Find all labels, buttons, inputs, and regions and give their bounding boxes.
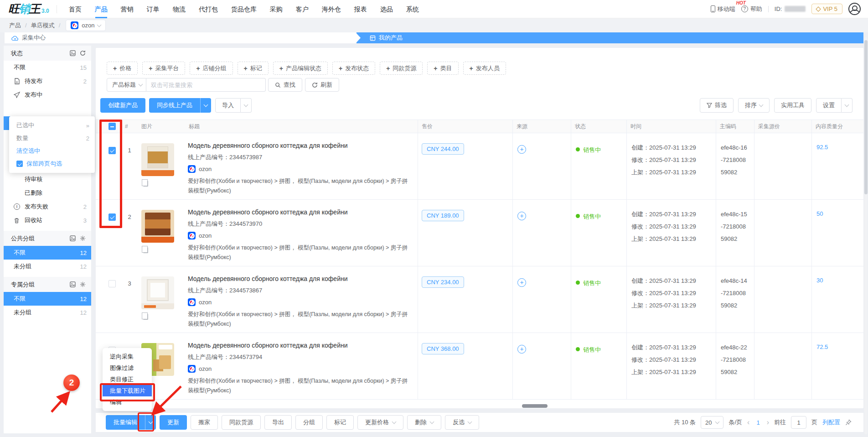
same-source-button[interactable]: 同款货源	[222, 415, 261, 430]
product-image[interactable]	[141, 210, 174, 243]
settings-dropdown-caret[interactable]	[842, 98, 852, 113]
price-badge[interactable]: CNY 368.00	[422, 343, 464, 354]
mobile-app-link[interactable]: 移动端 HOT	[711, 5, 735, 13]
filter-chip-publish-status[interactable]: 发布状态	[332, 62, 375, 75]
nav-item-purchase[interactable]: 采购	[270, 0, 283, 18]
source-plus-icon[interactable]	[517, 212, 526, 220]
product-image[interactable]	[141, 143, 174, 176]
sidebar-item-all[interactable]: 不限 15	[4, 61, 91, 74]
page-size-select[interactable]: 20	[701, 416, 723, 429]
tab-collect-center[interactable]: 采集中心	[5, 32, 361, 43]
filter-chip-shop-group[interactable]: 店铺分组	[190, 62, 232, 75]
filter-button[interactable]: 筛选	[700, 98, 734, 113]
group-button[interactable]: 分组	[295, 415, 323, 430]
sync-online-button[interactable]: 同步线上产品	[149, 98, 200, 113]
prev-page-button[interactable]: ‹	[747, 418, 749, 427]
product-title[interactable]: Модель деревянного сборного коттеджа для…	[188, 208, 408, 216]
sidebar-item-publishing[interactable]: 发布中	[4, 88, 91, 102]
nav-item-home[interactable]: 首页	[69, 0, 82, 18]
popup-clear-selection[interactable]: 清空选中	[9, 145, 95, 157]
image-mode-icon[interactable]	[70, 281, 76, 287]
product-title[interactable]: Модель деревянного сборного коттеджа для…	[188, 142, 408, 149]
tab-my-products[interactable]: 我的产品	[356, 32, 863, 43]
import-button[interactable]: 导入	[215, 98, 241, 113]
sku-value[interactable]: 2344573794	[229, 354, 262, 360]
nav-item-product[interactable]: 产品	[95, 0, 108, 18]
source-plus-icon[interactable]	[517, 145, 526, 154]
nav-item-packing[interactable]: 代打包	[199, 0, 218, 18]
source-plus-icon[interactable]	[517, 278, 526, 287]
settings-button[interactable]: 设置	[816, 98, 842, 113]
column-config-link[interactable]: 列配置	[822, 418, 840, 427]
product-title[interactable]: Модель деревянного сборного коттеджа для…	[188, 342, 408, 349]
vertical-scrollbar-thumb[interactable]	[864, 40, 868, 194]
collapse-icon[interactable]: »	[86, 122, 89, 129]
filter-chip-platform[interactable]: 采集平台	[142, 62, 185, 75]
nav-item-logistics[interactable]: 物流	[173, 0, 186, 18]
filter-chip-mark[interactable]: 标记	[238, 62, 269, 75]
sort-button[interactable]: 排序	[738, 98, 770, 113]
update-button[interactable]: 更新	[160, 415, 187, 430]
refresh-button[interactable]: 刷新	[305, 78, 339, 92]
row-checkbox[interactable]	[108, 147, 116, 154]
sidebar-public-group-ungrouped[interactable]: 未分组 12	[4, 260, 91, 273]
quality-score[interactable]: 72.5	[811, 333, 863, 399]
update-price-button[interactable]: 更新价格	[357, 415, 403, 430]
sku-value[interactable]: 2344573987	[229, 154, 262, 161]
nav-item-system[interactable]: 系统	[406, 0, 419, 18]
menu-item-category-fix[interactable]: 类目修正	[103, 374, 152, 385]
avatar[interactable]	[848, 3, 861, 15]
sidebar-item-deleted[interactable]: 已删除	[4, 186, 91, 200]
copy-icon[interactable]	[143, 247, 148, 253]
row-checkbox[interactable]	[108, 280, 116, 287]
tools-button[interactable]: 实用工具	[774, 98, 811, 113]
search-input[interactable]	[146, 78, 266, 92]
find-button[interactable]: 查找	[268, 78, 302, 92]
batch-edit-dropdown-caret[interactable]	[145, 415, 156, 430]
mark-button[interactable]: 标记	[326, 415, 354, 430]
filter-chip-category[interactable]: 类目	[427, 62, 458, 75]
row-checkbox[interactable]	[108, 213, 116, 221]
source-plus-icon[interactable]	[517, 345, 526, 354]
nav-item-customers[interactable]: 客户	[296, 0, 309, 18]
filter-chip-same-source[interactable]: 同款货源	[380, 62, 423, 75]
gear-icon[interactable]	[80, 235, 86, 241]
filter-chip-publisher[interactable]: 发布人员	[463, 62, 506, 75]
sidebar-item-to-publish[interactable]: 待发布 2	[4, 74, 91, 88]
search-field-select[interactable]: 产品标题	[107, 78, 146, 92]
popup-keep-checked[interactable]: 保留跨页勾选	[9, 157, 95, 170]
product-image[interactable]	[141, 276, 174, 309]
nav-item-overseas[interactable]: 海外仓	[322, 0, 341, 18]
filter-chip-edit-status[interactable]: 产品编辑状态	[273, 62, 328, 75]
product-title[interactable]: Модель деревянного сборного коттеджа для…	[188, 275, 408, 282]
nav-item-warehouse[interactable]: 货品仓库	[231, 0, 257, 18]
pin-icon[interactable]	[845, 419, 852, 426]
breadcrumb-product[interactable]: 产品	[9, 21, 21, 30]
menu-item-edit[interactable]: 编辑	[103, 396, 152, 408]
sidebar-item-recycle-bin[interactable]: 回收站 3	[4, 213, 91, 227]
import-dropdown-caret[interactable]	[241, 98, 252, 113]
delete-button[interactable]: 删除	[407, 415, 441, 430]
price-badge[interactable]: CNY 234.00	[422, 276, 464, 288]
image-mode-icon[interactable]	[70, 235, 76, 241]
create-product-button[interactable]: 创建新产品	[100, 98, 145, 113]
quality-score[interactable]: 92.5	[811, 133, 863, 199]
nav-item-marketing[interactable]: 营销	[121, 0, 134, 18]
current-page[interactable]: 1	[754, 419, 761, 426]
sidebar-item-pending-review[interactable]: 待审核	[4, 172, 91, 186]
nav-item-reports[interactable]: 报表	[354, 0, 367, 18]
sidebar-private-group-all[interactable]: 不限 12	[4, 292, 91, 306]
menu-item-image-filter[interactable]: 图像过滤	[103, 362, 152, 374]
invert-selection-button[interactable]: 反选	[445, 415, 479, 430]
copy-icon[interactable]	[143, 314, 148, 320]
export-button[interactable]: 导出	[264, 415, 292, 430]
help-link[interactable]: 帮助	[741, 5, 762, 13]
nav-item-selection[interactable]: 选品	[380, 0, 393, 18]
sync-dropdown-caret[interactable]	[200, 98, 211, 113]
sku-value[interactable]: 2344573970	[229, 220, 262, 227]
sku-value[interactable]: 2344573867	[229, 287, 262, 294]
sidebar-item-publish-failed[interactable]: 发布失败 2	[4, 200, 91, 213]
refresh-icon[interactable]	[80, 50, 86, 56]
nav-item-orders[interactable]: 订单	[147, 0, 160, 18]
move-shop-button[interactable]: 搬家	[191, 415, 218, 430]
